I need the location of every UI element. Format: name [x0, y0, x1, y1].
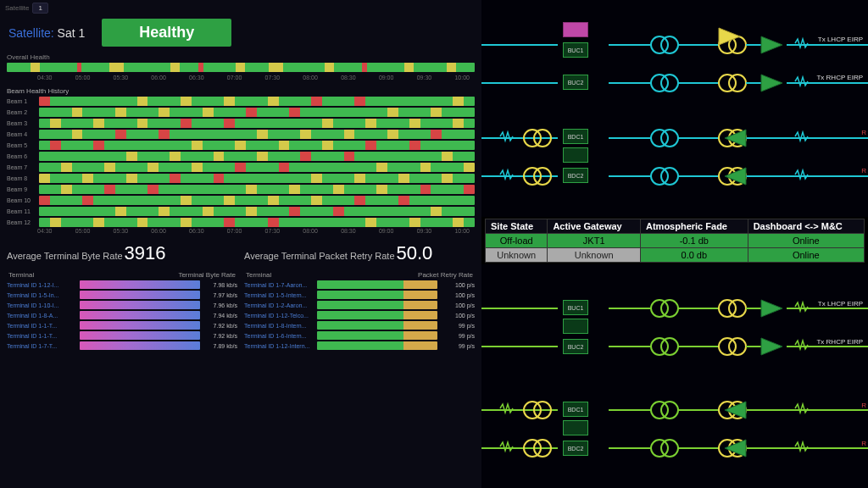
retry-value: 99 p/s [441, 343, 475, 349]
list-item[interactable]: Terminal ID 1-8-Intern...99 p/s [244, 321, 475, 330]
retry-col-rate: Packet Retry Rate [418, 271, 473, 279]
list-item[interactable]: Terminal ID 1-10-I...7.96 kb/s [7, 301, 237, 309]
tx-rhcp-label: Tx RHCP EIRP [816, 74, 863, 81]
list-item[interactable]: Terminal ID 1-1-T...7.92 kb/s [7, 321, 237, 330]
terminal-link[interactable]: Terminal ID 1-12-Intern... [244, 343, 314, 349]
beam-row[interactable]: Beam 12 [7, 218, 475, 227]
tx-lhcp-label-b: Tx LHCP EIRP [818, 300, 863, 308]
terminal-link[interactable]: Terminal ID 1-12-Telco... [244, 313, 314, 319]
list-item[interactable]: Terminal ID 1-7-Aaron...100 p/s [244, 280, 475, 289]
block-bdc1b[interactable] [563, 147, 588, 163]
retry-bar [317, 280, 437, 289]
beam-row[interactable]: Beam 1 [7, 97, 475, 106]
tab-satellite-selector[interactable]: 1 [32, 3, 47, 14]
terminal-link[interactable]: Terminal ID 1-5-Intern... [244, 292, 314, 298]
block-buc1[interactable]: BUC1 [563, 42, 588, 58]
retry-value: 100 p/s [441, 282, 475, 288]
rx-label-2: R [861, 167, 866, 175]
th-status: Dashboard <-> M&C [748, 219, 864, 234]
table-row[interactable]: Off-load JKT1 -0.1 db Online [486, 234, 865, 248]
beam-row[interactable]: Beam 2 [7, 108, 475, 117]
beam-history-title: Beam Health History [0, 84, 481, 97]
tx-lhcp-label: Tx LHCP EIRP [818, 36, 863, 43]
byte-bar [80, 331, 200, 340]
svg-point-37 [651, 402, 668, 419]
terminal-link[interactable]: Terminal ID 1-8-A... [7, 313, 76, 319]
rf-diagram-bottom[interactable]: BUC1 BUC2 BDC1 BDC2 Tx LHCP EIRP Tx RHCP… [481, 264, 868, 488]
terminal-link[interactable]: Terminal ID 1-5-In... [7, 292, 76, 298]
byte-value: 7.89 kb/s [203, 343, 237, 349]
byte-bar [80, 311, 200, 319]
terminal-link[interactable]: Terminal ID 1-1-T... [7, 323, 76, 329]
block-mid-b[interactable] [563, 319, 588, 334]
block-bdc2[interactable]: BDC2 [563, 168, 588, 183]
terminal-link[interactable]: Terminal ID 1-2-Aaron... [244, 302, 314, 308]
list-item[interactable]: Terminal ID 1-8-A...7.94 kb/s [7, 311, 237, 319]
svg-marker-47 [725, 402, 746, 419]
block-bdc1-b[interactable]: BDC1 [563, 402, 588, 417]
list-item[interactable]: Terminal ID 1-5-In...7.97 kb/s [7, 291, 237, 299]
terminal-link[interactable]: Terminal ID 1-10-I... [7, 302, 76, 308]
satellite-label: Satellite: [8, 26, 54, 40]
retry-bar [317, 291, 437, 299]
beam-name: Beam 7 [7, 164, 36, 170]
byte-value: 7.92 kb/s [203, 323, 237, 329]
beam-row[interactable]: Beam 5 [7, 141, 475, 150]
beam-row[interactable]: Beam 9 [7, 185, 475, 194]
svg-point-28 [661, 338, 678, 355]
terminal-link[interactable]: Terminal ID 1-12-I... [7, 282, 76, 288]
th-site-state: Site State [486, 219, 548, 234]
beam-row[interactable]: Beam 8 [7, 174, 475, 183]
beam-row[interactable]: Beam 6 [7, 152, 475, 161]
list-item[interactable]: Terminal ID 1-12-Telco...100 p/s [244, 311, 475, 319]
beam-row[interactable]: Beam 7 [7, 163, 475, 172]
block-bdc1[interactable]: BDC1 [563, 129, 588, 144]
list-item[interactable]: Terminal ID 1-1-T...7.92 kb/s [7, 331, 237, 340]
beam-name: Beam 12 [7, 219, 36, 225]
list-item[interactable]: Terminal ID 1-6-Intern...99 p/s [244, 331, 475, 340]
beam-bar [39, 97, 475, 106]
table-row[interactable]: Unknown Unknown 0.0 db Online [486, 248, 865, 263]
rf-diagram-top[interactable]: BUC1 BUC2 BDC1 BDC2 Tx LHCP EIRP Tx RHCP… [481, 0, 868, 217]
svg-point-6 [719, 75, 736, 92]
beam-name: Beam 11 [7, 208, 36, 214]
svg-point-3 [661, 75, 678, 92]
svg-point-39 [651, 440, 668, 457]
list-item[interactable]: Terminal ID 1-12-Intern...99 p/s [244, 341, 475, 350]
block-buc2[interactable]: BUC2 [563, 75, 588, 90]
terminal-link[interactable]: Terminal ID 1-7-T... [7, 343, 76, 349]
block-magenta[interactable] [563, 22, 588, 37]
svg-point-2 [651, 75, 668, 92]
block-buc1-b[interactable]: BUC1 [563, 300, 588, 315]
list-item[interactable]: Terminal ID 1-5-Intern...100 p/s [244, 291, 475, 299]
list-item[interactable]: Terminal ID 1-12-I...7.98 kb/s [7, 280, 237, 289]
svg-point-27 [651, 338, 668, 355]
beam-row[interactable]: Beam 4 [7, 130, 475, 139]
block-bdc2-b[interactable]: BDC2 [563, 441, 588, 456]
terminal-link[interactable]: Terminal ID 1-8-Intern... [244, 323, 314, 329]
retry-value: 100 p/s [441, 302, 475, 308]
beam-bar [39, 130, 475, 139]
th-fade: Atmospheric Fade [641, 219, 748, 234]
terminal-link[interactable]: Terminal ID 1-7-Aaron... [244, 282, 314, 288]
list-item[interactable]: Terminal ID 1-7-T...7.89 kb/s [7, 341, 237, 350]
list-item[interactable]: Terminal ID 1-2-Aaron...100 p/s [244, 301, 475, 309]
overall-health-bar[interactable] [7, 63, 475, 72]
block-bdc-mid-b[interactable] [563, 420, 588, 435]
svg-marker-23 [725, 130, 746, 147]
retry-rate-value: 50.0 [397, 242, 433, 264]
block-buc2-b[interactable]: BUC2 [563, 339, 588, 354]
beam-time-axis: 04:3005:00 05:3006:00 06:3007:00 07:3008… [0, 227, 481, 237]
terminal-link[interactable]: Terminal ID 1-1-T... [7, 333, 76, 339]
beam-row[interactable]: Beam 11 [7, 207, 475, 216]
byte-value: 7.92 kb/s [203, 333, 237, 339]
retry-value: 99 p/s [441, 333, 475, 339]
beam-bar [39, 218, 475, 227]
beam-row[interactable]: Beam 3 [7, 119, 475, 128]
byte-rate-table: Terminal Terminal Byte Rate Terminal ID … [7, 269, 237, 483]
beam-bar [39, 163, 475, 172]
terminal-link[interactable]: Terminal ID 1-6-Intern... [244, 333, 314, 339]
svg-point-26 [661, 300, 678, 317]
beam-row[interactable]: Beam 10 [7, 196, 475, 205]
svg-point-15 [661, 168, 678, 185]
